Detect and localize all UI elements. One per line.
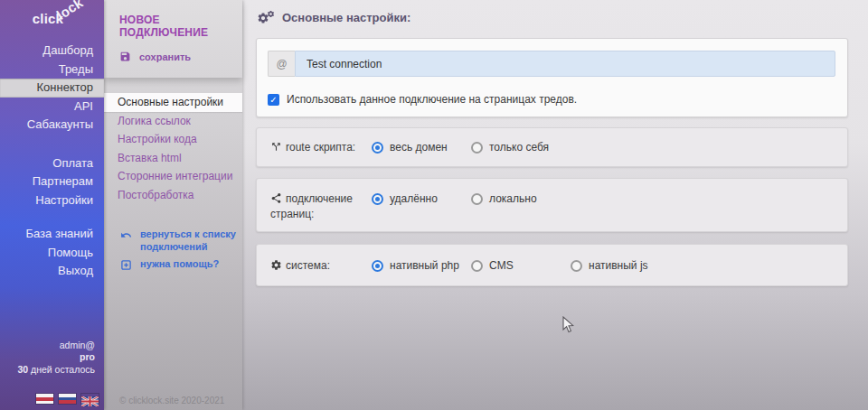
radio-label: CMS: [489, 259, 514, 272]
radio-option-cms[interactable]: CMS: [471, 259, 514, 272]
radio-option-local[interactable]: локально: [471, 192, 537, 205]
radio-label: нативный js: [589, 259, 648, 272]
back-to-list-label: вернуться к списку подключений: [140, 228, 240, 253]
connection-name-input-group: @: [268, 51, 835, 77]
tab-basic-settings[interactable]: Основные настройки: [104, 93, 242, 112]
radio-option-only-self[interactable]: только себя: [471, 141, 549, 154]
copyright-text: © clicklock.site 2020-2021: [119, 396, 224, 405]
sidebar-item-partners[interactable]: Партнерам: [0, 172, 104, 191]
radio-icon[interactable]: [372, 142, 383, 154]
radio-label: удалённо: [390, 192, 438, 205]
tab-html-insert[interactable]: Вставка html: [104, 149, 242, 168]
use-on-threads-row: ✓ Использовать данное подключение на стр…: [268, 93, 577, 106]
app-window: clicklock Дашборд Треды Коннектор API Са…: [0, 0, 868, 410]
back-to-list-link[interactable]: вернуться к списку подключений: [120, 228, 240, 253]
sidebar-item-api[interactable]: API: [0, 98, 104, 116]
radio-icon[interactable]: [571, 260, 582, 272]
radio-option-native-php[interactable]: нативный php: [372, 259, 459, 272]
submenu-header: НОВОЕ ПОДКЛЮЧЕНИЕ сохранить: [104, 0, 242, 78]
gears-icon: [257, 10, 277, 25]
sidebar-item-help[interactable]: Помощь: [0, 244, 104, 263]
radio-option-remote[interactable]: удалённо: [372, 192, 438, 205]
primary-sidebar: clicklock Дашборд Треды Коннектор API Са…: [0, 0, 104, 410]
sidebar-item-subaccounts[interactable]: Сабакаунты: [0, 116, 104, 135]
undo-icon: [120, 229, 132, 241]
connection-name-input[interactable]: [295, 51, 835, 77]
radio-icon[interactable]: [471, 193, 483, 205]
radio-label: весь домен: [390, 141, 448, 154]
group-label-text: route скрипта:: [286, 141, 355, 154]
use-on-threads-label: Использовать данное подключение на стран…: [287, 93, 577, 106]
radio-option-native-js[interactable]: нативный js: [571, 259, 648, 272]
clicklock-logo[interactable]: clicklock: [33, 11, 91, 26]
page-connection-panel: подключение страниц: удалённо локально: [256, 178, 848, 232]
sidebar-item-payment[interactable]: Оплата: [0, 154, 104, 173]
primary-nav: Дашборд Треды Коннектор API Сабакаунты О…: [0, 42, 104, 281]
group-label-text: подключение страниц:: [270, 192, 353, 220]
need-help-label: нужна помощь?: [140, 258, 240, 271]
radio-icon[interactable]: [372, 260, 383, 272]
submenu-title: НОВОЕ ПОДКЛЮЧЕНИЕ: [104, 0, 242, 39]
main-content: Основные настройки: @ ✓ Использовать дан…: [242, 0, 868, 410]
radio-option-whole-domain[interactable]: весь домен: [372, 141, 448, 154]
page-header: Основные настройки:: [257, 10, 410, 25]
save-button-label: сохранить: [139, 51, 191, 62]
account-info: admin@ pro 30 дней осталось: [17, 340, 95, 377]
sidebar-item-dashboard[interactable]: Дашборд: [0, 42, 104, 61]
sidebar-item-threads[interactable]: Треды: [0, 61, 104, 79]
account-email: admin@: [17, 340, 95, 352]
tab-link-logic[interactable]: Логика ссылок: [104, 112, 242, 131]
sidebar-item-knowledge-base[interactable]: База знаний: [0, 225, 104, 244]
sidebar-item-settings[interactable]: Настройки: [0, 191, 104, 210]
system-label: система:: [270, 259, 361, 275]
account-days-left: 30 дней осталось: [17, 364, 95, 377]
settings-menu: Основные настройки Логика ссылок Настрой…: [104, 93, 242, 204]
connection-submenu: НОВОЕ ПОДКЛЮЧЕНИЕ сохранить Основные нас…: [104, 0, 242, 410]
radio-label: только себя: [489, 141, 549, 154]
tab-postprocessing[interactable]: Постобработка: [104, 186, 242, 205]
page-connection-label: подключение страниц:: [270, 192, 361, 221]
flag-belarus-icon[interactable]: [36, 394, 53, 404]
radio-icon[interactable]: [372, 193, 383, 205]
language-switcher: [36, 394, 99, 404]
days-number: 30: [17, 364, 28, 375]
radio-label: локально: [489, 192, 537, 205]
script-route-panel: route скрипта: весь домен только себя: [256, 127, 848, 167]
use-on-threads-checkbox[interactable]: ✓: [268, 94, 279, 106]
flag-uk-icon[interactable]: [81, 394, 99, 404]
at-sign-addon: @: [268, 51, 295, 77]
radio-icon[interactable]: [471, 142, 483, 154]
save-button[interactable]: сохранить: [119, 51, 242, 62]
call-split-icon: [270, 141, 282, 156]
group-label-text: система:: [286, 259, 330, 272]
tab-third-party-integrations[interactable]: Сторонние интеграции: [104, 167, 242, 186]
system-panel: система: нативный php CMS нативный js: [256, 244, 848, 286]
gear-icon: [270, 259, 282, 275]
account-plan: pro: [17, 351, 95, 364]
page-title: Основные настройки:: [282, 11, 410, 24]
mouse-cursor: [562, 316, 574, 333]
connection-name-panel: @ ✓ Использовать данное подключение на с…: [256, 38, 848, 117]
need-help-link[interactable]: нужна помощь?: [120, 258, 240, 271]
flag-russia-icon[interactable]: [59, 394, 76, 404]
share-icon: [270, 192, 282, 208]
radio-icon[interactable]: [471, 260, 483, 272]
tab-code-settings[interactable]: Настройки кода: [104, 130, 242, 149]
days-text: дней осталось: [31, 364, 95, 375]
sidebar-item-connector[interactable]: Коннектор: [0, 79, 104, 98]
sidebar-item-logout[interactable]: Выход: [0, 262, 104, 281]
script-route-label: route скрипта:: [270, 141, 361, 156]
help-box-icon: [120, 259, 132, 271]
save-icon: [119, 51, 131, 62]
radio-label: нативный php: [390, 259, 459, 272]
